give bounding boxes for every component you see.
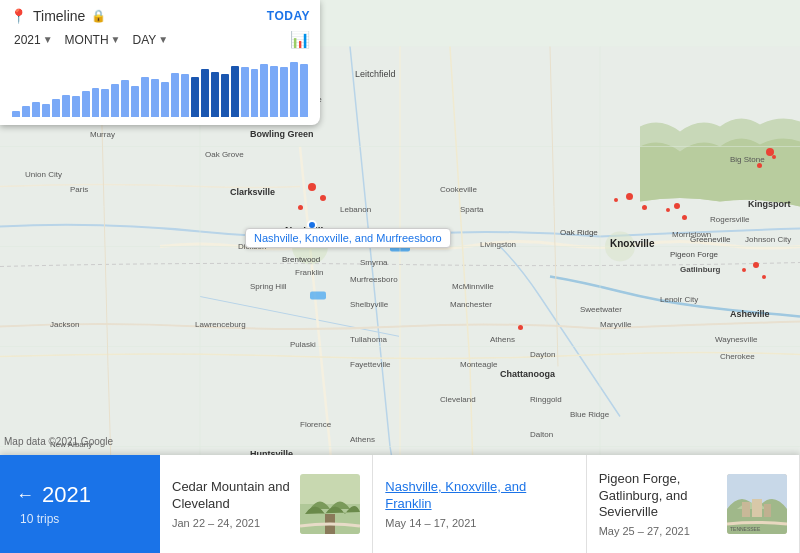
map-dot-asheville	[753, 262, 759, 268]
svg-text:Monteagle: Monteagle	[460, 360, 498, 369]
map-dot-knoxville	[626, 193, 633, 200]
map-dot-waynesville	[742, 268, 746, 272]
year-back-button[interactable]: ←	[16, 485, 34, 506]
svg-text:Leitchfield: Leitchfield	[355, 69, 396, 79]
svg-text:Rogersville: Rogersville	[710, 215, 750, 224]
svg-text:Cleveland: Cleveland	[440, 395, 476, 404]
svg-text:Lawrenceburg: Lawrenceburg	[195, 320, 246, 329]
chart-bar-4[interactable]	[52, 99, 60, 117]
svg-text:Clarksville: Clarksville	[230, 187, 275, 197]
trip-date-pigeon: May 25 – 27, 2021	[599, 525, 719, 537]
svg-text:Cherokee: Cherokee	[720, 352, 755, 361]
chart-bar-12[interactable]	[131, 86, 139, 117]
svg-text:Murfreesboro: Murfreesboro	[350, 275, 398, 284]
chart-bar-0[interactable]	[12, 111, 20, 117]
chart-bar-10[interactable]	[111, 84, 119, 117]
chart-bar-17[interactable]	[181, 74, 189, 117]
map-dot-maryville	[642, 205, 647, 210]
svg-text:Waynesville: Waynesville	[715, 335, 758, 344]
month-dropdown-arrow: ▼	[111, 34, 121, 45]
year-dropdown-arrow: ▼	[43, 34, 53, 45]
trip-info-cedar: Cedar Mountain and Cleveland Jan 22 – 24…	[172, 479, 292, 529]
trip-date-nashville: May 14 – 17, 2021	[385, 517, 573, 529]
svg-text:Knoxville: Knoxville	[610, 238, 655, 249]
trip-title-nashville[interactable]: Nashville, Knoxville, and Franklin	[385, 479, 573, 513]
trip-title-pigeon: Pigeon Forge, Gatlinburg, and Seviervill…	[599, 471, 719, 522]
chart-bar-22[interactable]	[231, 66, 239, 117]
map-dot-brentwood	[320, 195, 326, 201]
chart-bar-7[interactable]	[82, 91, 90, 117]
chart-bar-13[interactable]	[141, 77, 149, 117]
chart-bar-25[interactable]	[260, 64, 268, 117]
timeline-panel: 📍 Timeline 🔒 TODAY 2021 ▼ MONTH ▼ DAY ▼ …	[0, 0, 320, 125]
chart-bar-15[interactable]	[161, 82, 169, 117]
chart-bar-5[interactable]	[62, 95, 70, 117]
year-value: 2021	[14, 33, 41, 47]
month-value: MONTH	[65, 33, 109, 47]
map-dot-chattanooga	[518, 325, 523, 330]
chart-bar-16[interactable]	[171, 73, 179, 117]
trip-thumb-pigeon: TENNESSEE	[727, 474, 787, 534]
svg-text:Spring Hill: Spring Hill	[250, 282, 287, 291]
map-data-label: Map data ©2021 Google	[4, 436, 113, 447]
svg-rect-2	[310, 292, 326, 300]
year-nav: ← 2021	[16, 482, 144, 508]
svg-text:Morristown: Morristown	[672, 230, 711, 239]
chart-bar-8[interactable]	[92, 88, 100, 117]
chart-bar-24[interactable]	[251, 69, 259, 117]
svg-text:Jackson: Jackson	[50, 320, 79, 329]
map-data-text: Map data ©2021 Google	[4, 436, 113, 447]
svg-text:Sweetwater: Sweetwater	[580, 305, 622, 314]
trip-card-nashville: Nashville, Knoxville, and Franklin May 1…	[373, 455, 586, 553]
chart-bar-27[interactable]	[280, 67, 288, 117]
month-selector[interactable]: MONTH ▼	[61, 31, 125, 49]
chart-bar-11[interactable]	[121, 80, 129, 117]
svg-text:Shelbyville: Shelbyville	[350, 300, 389, 309]
map-dot-nashville	[308, 183, 316, 191]
chart-icon: 📊	[290, 30, 310, 49]
svg-text:Blue Ridge: Blue Ridge	[570, 410, 610, 419]
today-button[interactable]: TODAY	[267, 9, 310, 23]
year-section: ← 2021 10 trips	[0, 455, 160, 553]
timeline-header: 📍 Timeline 🔒 TODAY	[10, 8, 310, 24]
map-dot-johnsoncity	[757, 163, 762, 168]
svg-text:TENNESSEE: TENNESSEE	[730, 526, 761, 532]
chart-bar-1[interactable]	[22, 106, 30, 117]
chart-bar-19[interactable]	[201, 69, 209, 117]
svg-text:Johnson City: Johnson City	[745, 235, 791, 244]
svg-text:Franklin: Franklin	[295, 268, 323, 277]
chart-bar-21[interactable]	[221, 74, 229, 117]
svg-rect-80	[764, 504, 771, 517]
svg-text:Ringgold: Ringgold	[530, 395, 562, 404]
chart-bar-26[interactable]	[270, 66, 278, 117]
chart-bar-6[interactable]	[72, 96, 80, 117]
day-selector[interactable]: DAY ▼	[129, 31, 173, 49]
svg-text:Tullahoma: Tullahoma	[350, 335, 388, 344]
tooltip-text: Nashville, Knoxville, and Murfreesboro	[254, 232, 442, 244]
trip-card-pigeon: Pigeon Forge, Gatlinburg, and Seviervill…	[587, 455, 800, 553]
svg-text:Manchester: Manchester	[450, 300, 492, 309]
svg-text:Lebanon: Lebanon	[340, 205, 371, 214]
year-selector[interactable]: 2021 ▼	[10, 31, 57, 49]
svg-text:Asheville: Asheville	[730, 309, 770, 319]
svg-text:Athens: Athens	[350, 435, 375, 444]
chart-bar-29[interactable]	[300, 64, 308, 117]
chart-bar-23[interactable]	[241, 67, 249, 117]
location-icon: 📍	[10, 8, 27, 24]
trip-title-cedar: Cedar Mountain and Cleveland	[172, 479, 292, 513]
map-dot-bristols	[772, 155, 776, 159]
chart-bar-28[interactable]	[290, 62, 298, 117]
svg-text:Chattanooga: Chattanooga	[500, 369, 556, 379]
chart-bar-3[interactable]	[42, 104, 50, 117]
svg-text:Smyrna: Smyrna	[360, 258, 388, 267]
svg-text:Fayetteville: Fayetteville	[350, 360, 391, 369]
chart-bar-18[interactable]	[191, 77, 199, 117]
chart-bar-2[interactable]	[32, 102, 40, 117]
svg-text:Lenoir City: Lenoir City	[660, 295, 698, 304]
svg-text:McMinnville: McMinnville	[452, 282, 494, 291]
map-dot-pigeonforge	[674, 203, 680, 209]
chart-bar-20[interactable]	[211, 72, 219, 117]
chart-bar-9[interactable]	[101, 89, 109, 117]
svg-text:Union City: Union City	[25, 170, 62, 179]
chart-bar-14[interactable]	[151, 79, 159, 117]
